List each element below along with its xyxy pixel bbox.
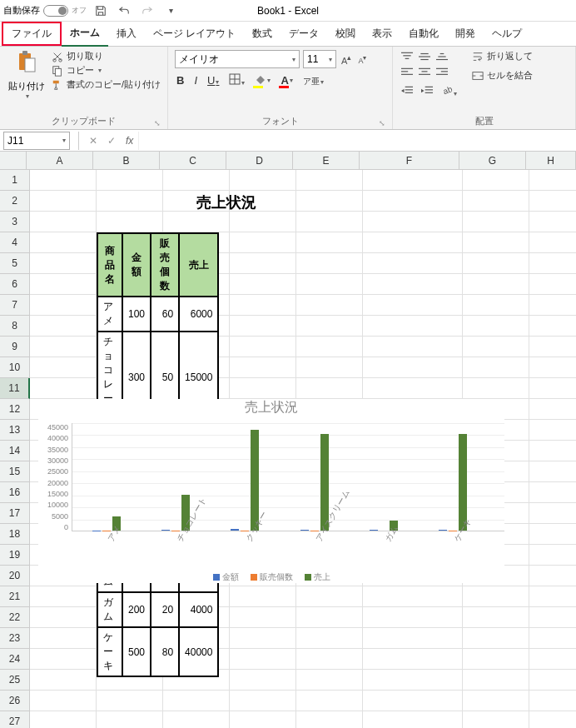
bold-button[interactable]: B — [175, 74, 186, 87]
name-box[interactable]: J11▾ — [3, 132, 70, 150]
increase-indent-icon[interactable] — [420, 84, 434, 97]
font-name-combo[interactable]: メイリオ▾ — [175, 50, 300, 68]
col-header-C[interactable]: C — [160, 152, 226, 170]
font-color-button[interactable]: A ▾ — [279, 74, 294, 87]
row-header[interactable]: 13 — [0, 420, 30, 441]
fill-color-button[interactable]: ▾ — [253, 75, 272, 87]
row-header[interactable]: 23 — [0, 628, 30, 649]
align-middle-icon[interactable] — [417, 50, 432, 63]
font-size-combo[interactable]: 11▾ — [303, 50, 336, 68]
chart-legend: 金額販売個数売上 — [38, 571, 504, 583]
col-header-A[interactable]: A — [27, 152, 93, 170]
enter-formula-icon[interactable]: ✓ — [102, 135, 121, 147]
select-all-corner[interactable] — [0, 152, 27, 170]
row-header[interactable]: 12 — [0, 399, 30, 420]
tab-automate[interactable]: 自動化 — [400, 22, 447, 46]
group-label-clipboard: クリップボード ⤡ — [7, 113, 161, 127]
dialog-launcher-icon[interactable]: ⤡ — [379, 119, 385, 127]
row-header[interactable]: 8 — [0, 316, 30, 337]
align-left-icon[interactable] — [400, 66, 415, 79]
sales-chart[interactable]: 売上状況450004000035000300002500020000150001… — [38, 399, 504, 583]
border-button[interactable]: ▾ — [227, 73, 246, 87]
row-header[interactable]: 5 — [0, 253, 30, 274]
fx-icon[interactable]: fx — [121, 135, 138, 147]
chart-bar — [439, 530, 447, 531]
chart-title: 売上状況 — [38, 399, 504, 416]
row-header[interactable]: 17 — [0, 503, 30, 524]
wrap-text-button[interactable]: 折り返して — [472, 50, 533, 62]
cancel-formula-icon[interactable]: ✕ — [84, 135, 102, 147]
row-header[interactable]: 11 — [0, 378, 30, 399]
autosave-toggle[interactable]: 自動保存 オフ — [3, 4, 87, 17]
row-header[interactable]: 2 — [0, 191, 30, 212]
col-header-D[interactable]: D — [226, 152, 293, 170]
table-row: ガム200204000 — [97, 592, 218, 627]
phonetic-button[interactable]: ア亜▾ — [301, 74, 325, 87]
align-center-icon[interactable] — [417, 66, 432, 79]
col-header-F[interactable]: F — [360, 152, 459, 170]
copy-button[interactable]: コピー▾ — [52, 64, 161, 77]
tab-help[interactable]: ヘルプ — [484, 22, 530, 46]
col-header-B[interactable]: B — [93, 152, 160, 170]
cells-area[interactable]: 売上状況商品名金額販売個数売上アメ100606000チョコレート30050150… — [30, 170, 576, 728]
row-header[interactable]: 27 — [0, 711, 30, 728]
row-header[interactable]: 15 — [0, 461, 30, 482]
decrease-indent-icon[interactable] — [400, 84, 415, 97]
align-right-icon[interactable] — [434, 66, 449, 79]
cut-button[interactable]: 切り取り — [52, 50, 161, 62]
tab-formulas[interactable]: 数式 — [244, 22, 281, 46]
align-top-icon[interactable] — [400, 50, 415, 63]
row-header[interactable]: 10 — [0, 357, 30, 378]
spreadsheet-grid: ABCDEFGH 1234567891011121314151617181920… — [0, 152, 576, 728]
tab-home[interactable]: ホーム — [62, 21, 108, 47]
row-header[interactable]: 20 — [0, 566, 30, 586]
tab-review[interactable]: 校閲 — [327, 22, 364, 46]
col-header-E[interactable]: E — [293, 152, 360, 170]
table-row: アメ100606000 — [97, 297, 218, 332]
qat-dropdown-icon[interactable]: ▾ — [161, 2, 180, 20]
align-bottom-icon[interactable] — [434, 50, 449, 63]
save-icon[interactable] — [92, 2, 110, 20]
column-headers: ABCDEFGH — [27, 152, 576, 170]
row-header[interactable]: 9 — [0, 337, 30, 357]
increase-font-icon[interactable]: A▴ — [340, 52, 353, 66]
paste-button[interactable]: 貼り付け ▾ — [7, 50, 47, 100]
col-header-H[interactable]: H — [526, 152, 576, 170]
paste-icon — [16, 50, 37, 80]
undo-icon[interactable] — [115, 2, 133, 20]
row-header[interactable]: 21 — [0, 586, 30, 607]
row-header[interactable]: 19 — [0, 545, 30, 566]
tab-view[interactable]: 表示 — [364, 22, 400, 46]
format-painter-button[interactable]: 書式のコピー/貼り付け — [52, 78, 161, 91]
dialog-launcher-icon[interactable]: ⤡ — [154, 119, 161, 127]
row-header[interactable]: 16 — [0, 482, 30, 503]
chart-bar — [459, 434, 467, 531]
orientation-button[interactable]: ab▾ — [439, 84, 459, 98]
row-header[interactable]: 6 — [0, 274, 30, 295]
row-header[interactable]: 1 — [0, 170, 30, 191]
tab-developer[interactable]: 開発 — [447, 22, 484, 46]
row-header[interactable]: 22 — [0, 607, 30, 628]
redo-icon[interactable] — [138, 2, 156, 20]
row-header[interactable]: 25 — [0, 670, 30, 691]
title-bar: 自動保存 オフ ▾ Book1 - Excel — [0, 0, 576, 22]
tab-file[interactable]: ファイル — [2, 22, 62, 46]
decrease-font-icon[interactable]: A▾ — [356, 54, 368, 65]
col-header-G[interactable]: G — [459, 152, 526, 170]
row-header[interactable]: 24 — [0, 649, 30, 670]
tab-page-layout[interactable]: ページ レイアウト — [145, 22, 244, 46]
tab-insert[interactable]: 挿入 — [108, 22, 145, 46]
row-header[interactable]: 26 — [0, 691, 30, 711]
formula-input[interactable] — [138, 132, 576, 150]
underline-button[interactable]: U▾ — [206, 74, 221, 87]
row-header[interactable]: 14 — [0, 441, 30, 461]
row-header[interactable]: 18 — [0, 524, 30, 545]
merge-cells-button[interactable]: セルを結合 — [472, 69, 533, 82]
ribbon-tabs: ファイル ホーム 挿入 ページ レイアウト 数式 データ 校閲 表示 自動化 開… — [0, 22, 576, 47]
italic-button[interactable]: I — [192, 74, 199, 87]
row-header[interactable]: 4 — [0, 232, 30, 253]
row-header[interactable]: 3 — [0, 212, 30, 232]
tab-data[interactable]: データ — [281, 22, 327, 46]
row-header[interactable]: 7 — [0, 295, 30, 316]
table-header: 売上 — [179, 233, 218, 297]
